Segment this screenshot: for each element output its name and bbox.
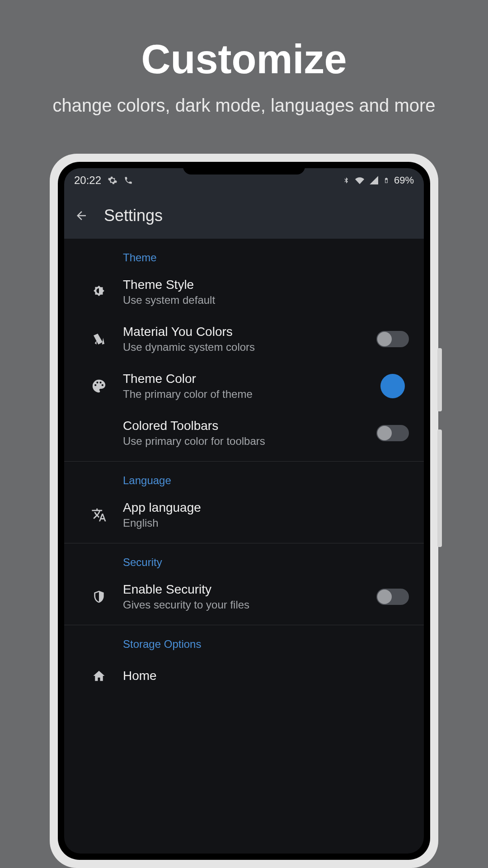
setting-subtitle: The primary color of theme [123,388,372,401]
setting-title: Theme Style [123,278,413,292]
setting-colored-toolbars[interactable]: Colored Toolbars Use primary color for t… [64,410,424,457]
toggle-colored-toolbars[interactable] [376,425,409,441]
section-header-theme: Theme [64,239,424,269]
shield-icon [75,590,123,604]
style-icon [75,332,123,346]
setting-enable-security[interactable]: Enable Security Gives security to your f… [64,573,424,620]
status-time: 20:22 [74,174,101,187]
home-icon [75,669,123,683]
gear-icon [108,175,117,185]
setting-material-you[interactable]: Material You Colors Use dynamic system c… [64,316,424,363]
brightness-icon [75,284,123,300]
back-button[interactable] [74,208,89,223]
phone-side-button [437,429,442,547]
phone-frame: 20:22 [50,154,438,868]
battery-icon [383,175,389,185]
wifi-icon [354,176,365,185]
bluetooth-icon [343,175,350,185]
setting-subtitle: Use dynamic system colors [123,341,372,354]
setting-subtitle: Gives security to your files [123,599,372,611]
setting-title: App language [123,500,413,515]
translate-icon [75,507,123,523]
status-battery-text: 69% [394,175,414,186]
setting-title: Material You Colors [123,325,372,339]
setting-subtitle: English [123,517,413,529]
toggle-enable-security[interactable] [376,589,409,605]
setting-subtitle: Use system default [123,294,413,307]
app-bar: Settings [64,193,424,239]
section-header-storage: Storage Options [64,625,424,655]
settings-list: Theme Theme Style Use system default [64,239,424,697]
color-swatch[interactable] [380,374,405,398]
setting-title: Theme Color [123,372,372,386]
page-title: Settings [104,206,163,225]
setting-title: Home [123,669,413,683]
setting-theme-style[interactable]: Theme Style Use system default [64,269,424,316]
promo-subtitle: change colors, dark mode, languages and … [0,95,488,116]
phone-icon [124,176,133,185]
setting-home[interactable]: Home [64,655,424,697]
setting-title: Enable Security [123,582,372,597]
toggle-material-you[interactable] [376,331,409,347]
setting-theme-color[interactable]: Theme Color The primary color of theme [64,363,424,410]
phone-bezel: 20:22 [58,162,430,860]
section-header-security: Security [64,543,424,573]
screen: 20:22 [64,168,424,854]
phone-side-button [437,348,442,411]
setting-subtitle: Use primary color for toolbars [123,435,372,448]
setting-app-language[interactable]: App language English [64,491,424,538]
section-header-language: Language [64,462,424,491]
phone-notch [183,162,305,175]
setting-title: Colored Toolbars [123,419,372,433]
palette-icon [75,378,123,394]
promo-title: Customize [0,36,488,83]
signal-icon [370,176,379,185]
